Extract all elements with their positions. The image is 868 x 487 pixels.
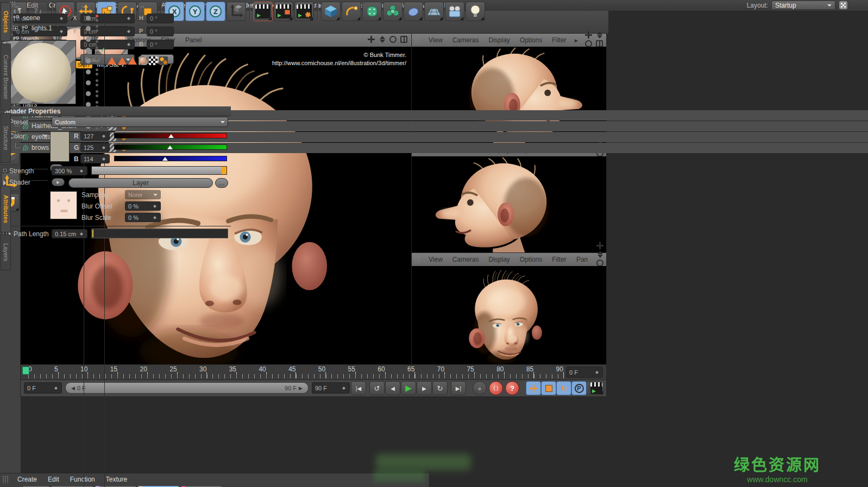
checker-texture-tag-icon[interactable] — [149, 56, 158, 65]
editor-visibility-dot[interactable] — [86, 37, 91, 42]
tree-connector — [15, 143, 20, 148]
color-label: Color — [9, 132, 25, 140]
preset-label: Preset — [9, 118, 28, 126]
editor-visibility-dot[interactable] — [86, 26, 91, 31]
expand-icon[interactable] — [13, 26, 18, 31]
selection-tag-icon[interactable] — [108, 57, 116, 65]
color-options-icon[interactable] — [42, 135, 48, 140]
uvw-tag-icon[interactable] — [159, 56, 168, 65]
strength-anim-checkbox[interactable] — [3, 169, 7, 172]
slider-marker-icon — [162, 157, 168, 161]
stepper-icon[interactable] — [102, 156, 106, 162]
tree-row-head[interactable]: head ✓ — [0, 45, 868, 55]
channel-r-label: R — [74, 132, 79, 140]
stepper-icon[interactable] — [79, 168, 84, 174]
shader-disclosure-icon[interactable] — [3, 180, 9, 186]
shader-preview[interactable] — [7, 40, 76, 104]
blur-offset-label: Blur Offset — [81, 203, 112, 210]
enabled-check-icon[interactable]: ✓ — [100, 46, 105, 54]
strength-field[interactable]: 300 % — [52, 166, 87, 175]
preset-dropdown[interactable]: Custom — [52, 117, 228, 127]
tree-item-label[interactable]: brows — [32, 144, 49, 151]
channel-r-slider[interactable] — [114, 133, 227, 138]
channel-b-field[interactable]: 114 — [80, 154, 110, 163]
object-tree: scene lights.1 mesh head ✓ — [0, 12, 868, 487]
coords-header: -- — [15, 3, 19, 9]
layer-texture-thumbnail[interactable] — [50, 191, 77, 219]
tree-row-lights[interactable]: lights.1 — [0, 23, 868, 34]
blur-offset-field[interactable]: 0 % — [125, 201, 161, 211]
layout-value: Startup — [775, 2, 796, 9]
channel-r-field[interactable]: 127 — [80, 131, 110, 141]
dock-tab-objects[interactable]: Objects — [1, 2, 11, 41]
editor-visibility-dot[interactable] — [86, 16, 91, 21]
null-object-icon — [12, 14, 20, 22]
interface-dice-icon[interactable] — [839, 1, 847, 9]
layout-label: Layout: — [747, 2, 768, 9]
render-visibility-dots[interactable] — [96, 36, 98, 43]
blurred-watermark-blob — [376, 454, 471, 470]
blurred-watermark-blob — [374, 470, 425, 482]
editor-visibility-dot[interactable] — [86, 59, 91, 64]
strength-slider[interactable] — [91, 166, 227, 175]
channel-g-field[interactable]: 125 — [80, 143, 110, 152]
strength-label: Strength — [9, 167, 34, 175]
path-length-field[interactable]: 0.15 cm — [52, 229, 87, 238]
render-visibility-dots[interactable] — [96, 68, 98, 75]
render-visibility-dots[interactable] — [96, 79, 98, 86]
stepper-icon[interactable] — [102, 133, 106, 140]
selection-tag-icon[interactable] — [118, 57, 127, 65]
render-visibility-dots[interactable] — [96, 58, 98, 65]
tree-item-label[interactable]: scene — [23, 14, 40, 22]
shader-layer-button[interactable]: Layer — [68, 178, 213, 188]
color-swatch[interactable] — [50, 131, 70, 162]
editor-visibility-dot[interactable] — [86, 91, 91, 96]
coords-header: -- — [140, 3, 144, 9]
chevron-down-icon — [153, 194, 158, 198]
shader-expand-button[interactable]: ▶ — [52, 178, 65, 186]
tree-row-headmesh[interactable]: headmesh — [0, 56, 868, 66]
tree-item-label[interactable]: lights.1 — [32, 24, 52, 32]
tree-row-mesh[interactable]: mesh — [0, 34, 868, 45]
dock-tab-layers[interactable]: Layers — [1, 235, 11, 270]
slider-marker-icon — [168, 134, 174, 138]
coords-header: -- — [81, 3, 85, 9]
tree-row-reye[interactable]: R_eye — [0, 88, 868, 99]
path-length-label: Path Length — [14, 230, 49, 238]
selection-tag-icon[interactable] — [128, 57, 137, 65]
channel-g-label: G — [74, 144, 79, 151]
shader-more-button[interactable]: ... — [215, 178, 228, 188]
editor-visibility-dot[interactable] — [86, 80, 91, 85]
render-visibility-dots[interactable] — [96, 90, 98, 97]
render-visibility-dots[interactable] — [96, 47, 98, 54]
layout-select[interactable]: Startup — [771, 1, 835, 10]
chevron-down-icon — [221, 121, 225, 125]
tree-row-leye[interactable]: L_eye — [0, 78, 868, 88]
channel-g-slider[interactable] — [114, 144, 227, 150]
editor-visibility-dot[interactable] — [86, 69, 91, 74]
stepper-icon[interactable] — [79, 231, 84, 237]
dock-tab-attributes[interactable]: Attributes — [1, 186, 11, 232]
tree-row-scene[interactable]: scene — [0, 13, 868, 23]
hair-object-icon — [22, 144, 30, 152]
shader-preview-sphere — [11, 43, 71, 103]
text-caret — [92, 230, 93, 237]
dock-tab-structure[interactable]: Structure — [1, 113, 11, 163]
texture-tag-icon[interactable] — [139, 56, 147, 65]
editor-visibility-dot[interactable] — [86, 48, 91, 53]
stepper-icon[interactable] — [153, 214, 158, 221]
slider-handle[interactable] — [222, 167, 227, 174]
tree-row-eyes[interactable]: Eyes — [0, 67, 868, 77]
render-visibility-dots[interactable] — [96, 25, 98, 32]
path-length-bar[interactable] — [91, 229, 228, 238]
stepper-icon[interactable] — [102, 144, 106, 151]
dock-tab-content-browser[interactable]: Content Browser — [1, 43, 11, 111]
shader-label: Shader — [9, 179, 30, 186]
section-shader-properties[interactable]: Shader Properties — [0, 106, 231, 116]
render-visibility-dots[interactable] — [96, 15, 98, 22]
stepper-icon[interactable] — [153, 203, 158, 210]
blur-scale-field[interactable]: 0 % — [125, 213, 161, 222]
channel-b-label: B — [74, 155, 79, 163]
sampling-dropdown[interactable]: None — [125, 190, 161, 199]
channel-b-slider[interactable] — [114, 156, 227, 161]
